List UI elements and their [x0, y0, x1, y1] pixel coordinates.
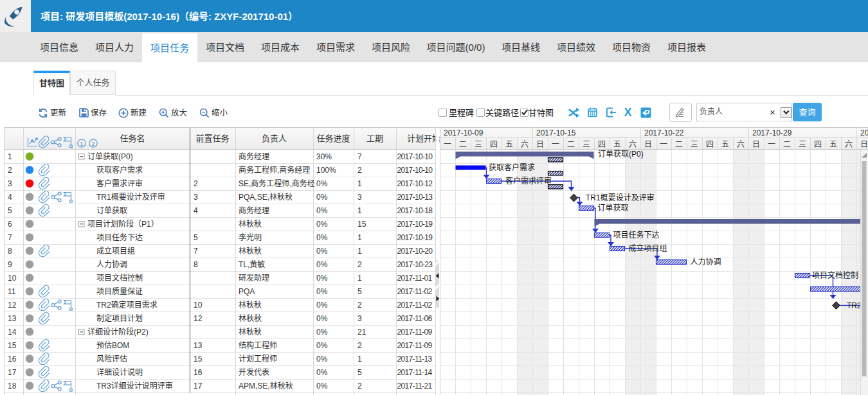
- svg-text:2: 2: [91, 140, 95, 147]
- svg-text:六: 六: [845, 140, 853, 149]
- svg-text:林秋秋: 林秋秋: [239, 328, 262, 337]
- svg-text:2: 2: [8, 166, 12, 175]
- svg-text:三: 三: [799, 140, 806, 149]
- svg-text:研发助理: 研发助理: [239, 273, 269, 283]
- svg-text:2017-11-09: 2017-11-09: [397, 328, 433, 337]
- svg-text:9: 9: [8, 260, 12, 269]
- svg-text:100%: 100%: [316, 166, 336, 175]
- svg-text:16: 16: [8, 355, 17, 364]
- svg-text:六: 六: [629, 140, 637, 149]
- svg-text:13: 13: [194, 341, 203, 350]
- svg-text:2017-10-19: 2017-10-19: [397, 233, 433, 242]
- svg-text:0%: 0%: [316, 355, 328, 364]
- svg-text:0%: 0%: [316, 247, 328, 256]
- svg-text:四: 四: [598, 140, 606, 149]
- svg-text:四: 四: [490, 140, 498, 149]
- svg-text:商务经理: 商务经理: [239, 206, 269, 215]
- svg-text:2017-10-18: 2017-10-18: [397, 206, 433, 215]
- svg-text:0%: 0%: [316, 233, 328, 242]
- svg-text:预估BOM: 预估BOM: [96, 341, 129, 350]
- svg-text:项目任务下达: 项目任务下达: [613, 230, 660, 240]
- svg-text:2017-10-22: 2017-10-22: [644, 128, 684, 137]
- svg-text:5: 5: [8, 206, 12, 215]
- svg-text:0%: 0%: [316, 193, 328, 202]
- svg-text:详细设计阶段(P2): 详细设计阶段(P2): [87, 327, 149, 337]
- svg-text:2017-11-13: 2017-11-13: [397, 355, 433, 364]
- svg-text:0%: 0%: [316, 179, 328, 188]
- svg-text:7: 7: [8, 233, 12, 242]
- svg-text:10: 10: [194, 301, 203, 310]
- svg-text:1: 1: [357, 274, 362, 283]
- svg-text:三: 三: [583, 140, 590, 149]
- svg-text:制定项目计划: 制定项目计划: [96, 313, 143, 323]
- svg-text:12: 12: [8, 301, 17, 310]
- svg-text:2017-11-02: 2017-11-02: [397, 301, 433, 310]
- svg-text:订单获取: 订单获取: [96, 206, 127, 215]
- svg-text:日: 日: [536, 140, 544, 149]
- svg-text:五: 五: [721, 140, 729, 149]
- svg-text:2017-10-12: 2017-10-12: [397, 179, 433, 188]
- svg-text:TR1概要设计及评审: TR1概要设计及评审: [586, 193, 655, 202]
- svg-text:项目文档控制: 项目文档控制: [96, 273, 143, 283]
- svg-text:二: 二: [675, 140, 683, 149]
- svg-text:2017-10-20: 2017-10-20: [397, 247, 433, 256]
- svg-text:2: 2: [194, 179, 198, 188]
- svg-text:17: 17: [8, 368, 17, 377]
- svg-text:二: 二: [567, 140, 575, 149]
- svg-text:2: 2: [357, 166, 362, 175]
- svg-text:四: 四: [814, 140, 822, 149]
- svg-text:11: 11: [8, 287, 16, 296]
- svg-text:0%: 0%: [316, 206, 328, 215]
- svg-text:0%: 0%: [316, 368, 328, 377]
- svg-text:六: 六: [737, 140, 745, 149]
- svg-text:客户需求评审: 客户需求评审: [96, 179, 143, 188]
- svg-text:二: 二: [783, 140, 791, 149]
- svg-text:获取客户需求: 获取客户需求: [489, 162, 535, 172]
- svg-text:8: 8: [194, 260, 198, 269]
- svg-text:2017-10-29: 2017-10-29: [752, 128, 792, 137]
- svg-text:一: 一: [552, 140, 559, 149]
- svg-text:一: 一: [660, 140, 667, 149]
- svg-text:2017-11-09: 2017-11-09: [397, 341, 433, 350]
- svg-text:7: 7: [357, 152, 362, 161]
- svg-text:PQA: PQA: [239, 287, 255, 296]
- svg-text:负责人: 负责人: [262, 134, 287, 143]
- svg-text:0%: 0%: [316, 328, 328, 337]
- svg-text:30%: 30%: [316, 152, 332, 161]
- svg-text:林秋秋: 林秋秋: [239, 314, 262, 323]
- svg-text:结构工程师: 结构工程师: [239, 340, 277, 350]
- svg-text:TL,黄敏: TL,黄敏: [239, 259, 265, 269]
- svg-text:3: 3: [8, 179, 12, 188]
- svg-text:二: 二: [459, 140, 467, 149]
- svg-text:四: 四: [706, 140, 714, 149]
- svg-text:1: 1: [357, 233, 362, 242]
- svg-text:2017-10-15: 2017-10-15: [536, 128, 576, 137]
- svg-text:商务经理: 商务经理: [239, 152, 269, 161]
- svg-text:日: 日: [752, 140, 760, 149]
- svg-text:2017-11-01: 2017-11-01: [397, 274, 433, 283]
- svg-text:TR2确定项目需求: TR2确定项目需求: [96, 300, 158, 310]
- svg-text:TR3详细设计说明评审: TR3详细设计说明评审: [96, 381, 173, 391]
- svg-text:5: 5: [357, 368, 362, 377]
- svg-text:1: 1: [8, 152, 12, 161]
- svg-text:15: 15: [357, 220, 366, 229]
- svg-text:2: 2: [357, 260, 362, 269]
- svg-text:获取客户需求: 获取客户需求: [96, 165, 143, 175]
- svg-text:林秋秋: 林秋秋: [239, 220, 262, 229]
- svg-text:林秋秋: 林秋秋: [239, 247, 262, 256]
- svg-text:任务进度: 任务进度: [316, 134, 350, 143]
- svg-text:成立项目组: 成立项目组: [629, 243, 667, 253]
- svg-text:工期: 工期: [366, 134, 383, 143]
- svg-text:TR1概要设计及评审: TR1概要设计及评审: [96, 192, 165, 202]
- svg-text:21: 21: [357, 328, 366, 337]
- svg-text:2017-11-05: 2017-11-05: [860, 128, 868, 137]
- svg-text:APM,SE,林秋秋: APM,SE,林秋秋: [239, 382, 293, 391]
- svg-text:1: 1: [80, 140, 83, 147]
- svg-text:成立项目组: 成立项目组: [96, 246, 135, 256]
- svg-text:3: 3: [357, 193, 362, 202]
- svg-text:前置任务: 前置任务: [195, 134, 229, 143]
- svg-text:0%: 0%: [316, 301, 328, 310]
- svg-text:五: 五: [505, 140, 513, 149]
- svg-text:风险评估: 风险评估: [96, 354, 127, 364]
- svg-text:8: 8: [8, 247, 12, 256]
